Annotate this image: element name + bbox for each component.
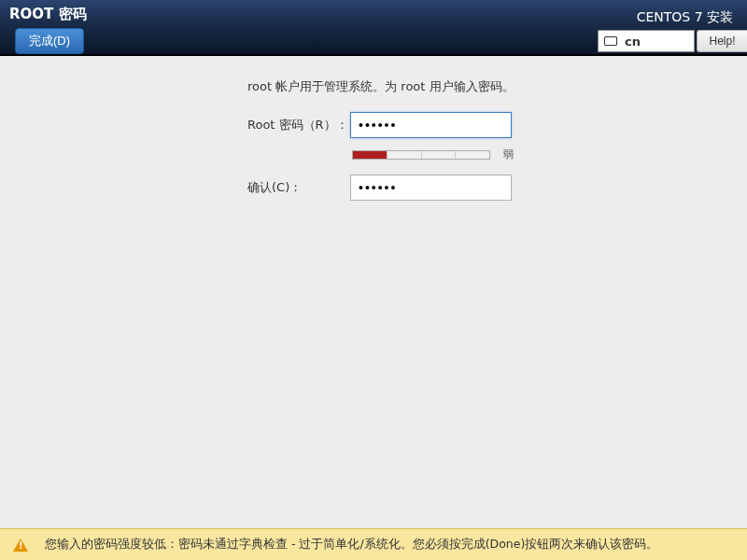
keyboard-layout-code: cn [625,35,641,49]
form-content: root 帐户用于管理系统。为 root 用户输入密码。 Root 密码（R）：… [0,56,747,201]
confirm-password-input[interactable] [350,175,512,201]
strength-segment [353,151,388,159]
strength-label: 弱 [503,147,514,161]
strength-segment [422,151,457,159]
confirm-password-row: 确认(C)： [247,175,710,201]
warning-icon [13,539,28,552]
keyboard-layout-selector[interactable]: cn [598,30,695,52]
done-button[interactable]: 完成(D) [15,28,84,54]
warning-message: 您输入的密码强度较低：密码未通过字典检查 - 过于简单化/系统化。您必须按完成(… [45,537,658,553]
strength-bar [352,150,490,160]
instruction-text: root 帐户用于管理系统。为 root 用户输入密码。 [247,78,710,95]
confirm-password-label: 确认(C)： [247,179,350,196]
keyboard-icon [604,36,617,46]
help-button[interactable]: Help! [697,30,747,52]
warning-bar: 您输入的密码强度较低：密码未通过字典检查 - 过于简单化/系统化。您必须按完成(… [0,528,747,560]
root-password-row: Root 密码（R）： [247,112,710,138]
password-strength-meter: 弱 [352,147,710,161]
strength-segment [388,151,422,159]
root-password-label: Root 密码（R）： [247,117,350,133]
strength-segment [456,151,489,159]
page-title: ROOT 密码 [9,6,87,23]
root-password-input[interactable] [350,112,512,138]
installer-title: CENTOS 7 安装 [637,9,733,26]
installer-header: ROOT 密码 完成(D) CENTOS 7 安装 cn Help! [0,0,747,56]
